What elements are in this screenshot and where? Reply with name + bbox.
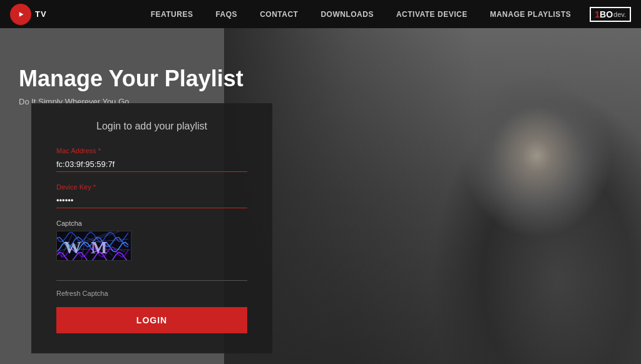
login-button[interactable]: LOGIN [56, 307, 247, 333]
logo-text: TV [35, 9, 47, 19]
captcha-canvas [56, 231, 131, 261]
mac-address-group: Mac Address * [56, 147, 247, 172]
mac-address-label: Mac Address * [56, 147, 247, 154]
play-icon [15, 9, 26, 20]
nav-activate-device[interactable]: ACTIVATE DEVICE [396, 10, 468, 19]
hero-overlay [224, 28, 641, 364]
device-key-input[interactable] [56, 193, 247, 208]
captcha-group: Captcha [56, 220, 247, 281]
brand-main: BO [600, 9, 613, 19]
hero-title: Manage Your Playlist [19, 66, 244, 92]
hero-section: Manage Your Playlist Do It Simply Wherev… [0, 28, 641, 364]
captcha-label: Captcha [56, 220, 247, 227]
nav-links: FEATURES FAQS CONTACT DOWNLOADS ACTIVATE… [151, 10, 572, 19]
nav-contact[interactable]: CONTACT [260, 10, 298, 19]
refresh-captcha-link[interactable]: Refresh Captcha [56, 290, 247, 297]
device-key-group: Device Key * [56, 183, 247, 208]
login-card: Login to add your playlist Mac Address *… [31, 103, 272, 353]
captcha-image [56, 231, 131, 261]
mac-address-input[interactable] [56, 157, 247, 172]
hero-text: Manage Your Playlist Do It Simply Wherev… [0, 66, 262, 106]
brand-dev: dev. [613, 11, 626, 18]
nav-downloads[interactable]: DOWNLOADS [320, 10, 374, 19]
device-key-label: Device Key * [56, 183, 247, 191]
nav-faqs[interactable]: FAQS [215, 10, 237, 19]
captcha-input[interactable] [56, 266, 247, 281]
login-card-title: Login to add your playlist [56, 121, 247, 132]
logo-icon [10, 4, 31, 25]
logo[interactable]: TV [10, 4, 47, 25]
nav-features[interactable]: FEATURES [151, 10, 193, 19]
brand-text: 1BO [595, 9, 613, 19]
navigation: TV FEATURES FAQS CONTACT DOWNLOADS ACTIV… [0, 0, 641, 28]
brand-logo: 1BO dev. [590, 7, 631, 22]
nav-manage-playlists[interactable]: MANAGE PLAYLISTS [490, 10, 572, 19]
brand-accent: 1 [595, 9, 600, 19]
